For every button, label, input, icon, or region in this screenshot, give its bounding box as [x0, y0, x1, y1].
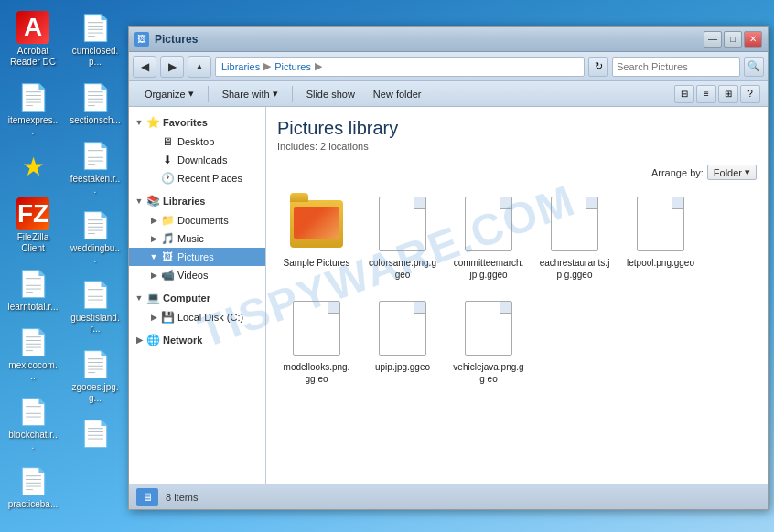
nav-item-downloads[interactable]: ⬇ Downloads [129, 151, 265, 169]
file-item-committeemarch[interactable]: committeemarch.jp g.ggeo [449, 189, 528, 286]
desktop-icon-filezilla[interactable]: FZ FileZilla Client [4, 194, 62, 258]
desktop-icon-weddingbu[interactable]: 📄 guestisland.r... [66, 274, 124, 338]
file-item-vehiclejava[interactable]: vehiclejava.png.gg eo [449, 293, 528, 390]
file-item-letpool[interactable]: letpool.png.ggeo [621, 189, 700, 286]
blockchat-label: practiceba... [8, 499, 58, 510]
refresh-button[interactable]: ↻ [588, 57, 608, 77]
doc-icon-modellooks [287, 299, 346, 357]
minimize-button[interactable]: — [704, 31, 722, 48]
star-icon: ★ [16, 150, 49, 183]
organize-button[interactable]: Organize ▾ [136, 84, 202, 104]
cumclosed-label: sectionsch... [70, 115, 121, 126]
view-icons-button[interactable]: ⊞ [718, 85, 738, 103]
desktop-icon-acrobat[interactable]: A Acrobat Reader DC [4, 7, 62, 71]
localdisk-nav-label: Local Disk (C:) [177, 312, 243, 323]
nav-section-network: ▶ 🌐 Network [129, 328, 265, 352]
computer-nav-label: Computer [163, 293, 210, 303]
new-folder-button[interactable]: New folder [365, 84, 430, 104]
zgooes-icon: 📄 [79, 417, 112, 450]
desktop-icon-itemexpress[interactable]: 📄 itemexpres... [4, 77, 62, 141]
address-separator2: ▶ [315, 60, 322, 72]
file-label-modellooks: modellooks.png.gg eo [281, 361, 352, 385]
desktop-icon-learntotal[interactable]: 📄 learntotal.r... [4, 263, 62, 316]
library-subtitle: Includes: 2 locations [277, 141, 757, 152]
desktop-icon-mexicocom[interactable]: 📄 blockchat.r... [4, 391, 62, 455]
desktop-icon-blockchat[interactable]: 📄 practiceba... [4, 461, 62, 514]
desktop-icon-practiceba[interactable]: 📄 cumclosed.p... [66, 7, 124, 71]
arrange-chevron-icon: ▾ [745, 166, 750, 178]
up-button[interactable]: ▲ [188, 56, 211, 78]
music-expand-icon: ▶ [147, 234, 160, 243]
desktop-icon-askeddog[interactable]: 📄 mexicocom... [4, 322, 62, 386]
nav-item-music[interactable]: ▶ 🎵 Music [129, 229, 265, 248]
nav-item-recent[interactable]: 🕐 Recent Places [129, 169, 265, 187]
askeddog-label: mexicocom... [7, 360, 59, 382]
nav-network-header[interactable]: ▶ 🌐 Network [129, 330, 265, 350]
address-path[interactable]: Libraries ▶ Pictures ▶ [215, 57, 585, 77]
maximize-button[interactable]: □ [724, 31, 742, 48]
close-button[interactable]: ✕ [744, 31, 762, 48]
back-button[interactable]: ◀ [133, 56, 156, 78]
search-box[interactable] [612, 57, 740, 77]
letpool-doc-shape [637, 197, 684, 251]
sectionsch-label: feestaken.r... [70, 174, 121, 196]
file-label-letpool: letpool.png.ggeo [627, 257, 694, 269]
desktop-icon-cumclosed[interactable]: 📄 sectionsch... [66, 77, 124, 130]
acrobat-label: Acrobat Reader DC [7, 46, 59, 68]
desktop-icon-star[interactable]: ★ [4, 146, 62, 188]
file-item-modellooks[interactable]: modellooks.png.gg eo [277, 293, 356, 390]
file-grid: Sample Pictures colorsame.png.ggeo commi… [277, 189, 757, 390]
mexicocom-label: blockchat.r... [7, 430, 59, 452]
view-list-button[interactable]: ≡ [696, 85, 716, 103]
cumclosed-icon: 📄 [79, 80, 112, 113]
view-extra-button[interactable]: ⊟ [674, 85, 694, 103]
file-item-colorsame[interactable]: colorsame.png.ggeo [363, 189, 442, 286]
file-item-eachrestaurants[interactable]: eachrestaurants.jp g.ggeo [535, 189, 614, 286]
main-content: ▼ ⭐ Favorites 🖥 Desktop ⬇ Downloads 🕐 [129, 107, 768, 484]
search-input[interactable] [617, 61, 736, 72]
nav-item-desktop[interactable]: 🖥 Desktop [129, 133, 265, 151]
desktop: A Acrobat Reader DC 📄 itemexpres... ★ FZ… [0, 0, 128, 532]
nav-item-videos[interactable]: ▶ 📹 Videos [129, 266, 265, 284]
slideshow-button[interactable]: Slide show [298, 84, 363, 104]
help-button[interactable]: ? [740, 85, 760, 103]
organize-chevron: ▾ [188, 88, 194, 100]
nav-favorites-header[interactable]: ▼ ⭐ Favorites [129, 112, 265, 133]
doc-icon-letpool [631, 195, 690, 253]
filezilla-icon: FZ [16, 197, 49, 230]
favorites-label: Favorites [163, 117, 208, 128]
forward-button[interactable]: ▶ [160, 56, 184, 78]
file-item-upip[interactable]: upip.jpg.ggeo [363, 293, 442, 390]
arrange-bar: Arrange by: Folder ▾ [277, 165, 757, 180]
slideshow-label: Slide show [306, 89, 355, 100]
libraries-expand-icon: ▼ [133, 197, 145, 206]
desktop-icon-sectionsch[interactable]: 📄 feestaken.r... [66, 135, 124, 199]
file-item-sample-pictures[interactable]: Sample Pictures [277, 189, 356, 286]
documents-expand-icon: ▶ [147, 216, 160, 225]
modellooks-doc-shape [293, 301, 340, 356]
share-with-button[interactable]: Share with ▾ [214, 84, 286, 104]
share-chevron: ▾ [273, 88, 278, 100]
toolbar: Organize ▾ Share with ▾ Slide show New f… [129, 81, 768, 107]
address-pictures[interactable]: Pictures [274, 61, 311, 72]
desktop-icon-zgooes[interactable]: 📄 [66, 413, 124, 455]
search-button[interactable]: 🔍 [744, 57, 764, 77]
address-libraries[interactable]: Libraries [221, 61, 260, 72]
folder-icon-sample [287, 195, 346, 253]
nav-libraries-header[interactable]: ▼ 📚 Libraries [129, 191, 265, 211]
music-nav-label: Music [177, 233, 204, 244]
desktop-icon-feestaken[interactable]: 📄 weddingbu... [66, 205, 124, 269]
practiceba-icon: 📄 [79, 11, 112, 44]
desktop-icon-guestisland[interactable]: 📄 zgooes.jpg.g... [66, 344, 124, 408]
arrange-dropdown[interactable]: Folder ▾ [707, 165, 757, 180]
askeddog-icon: 📄 [16, 325, 49, 358]
network-expand-icon: ▶ [133, 335, 145, 345]
nav-section-favorites: ▼ ⭐ Favorites 🖥 Desktop ⬇ Downloads 🕐 [129, 111, 265, 189]
file-label-colorsame: colorsame.png.ggeo [367, 257, 438, 281]
nav-item-documents[interactable]: ▶ 📁 Documents [129, 211, 265, 229]
documents-nav-icon: 📁 [160, 213, 175, 228]
nav-item-pictures[interactable]: ▼ 🖼 Pictures [129, 248, 265, 266]
nav-section-libraries: ▼ 📚 Libraries ▶ 📁 Documents ▶ 🎵 Music ▼ … [129, 189, 265, 286]
nav-item-localdisk[interactable]: ▶ 💾 Local Disk (C:) [129, 308, 265, 326]
nav-computer-header[interactable]: ▼ 💻 Computer [129, 288, 265, 308]
